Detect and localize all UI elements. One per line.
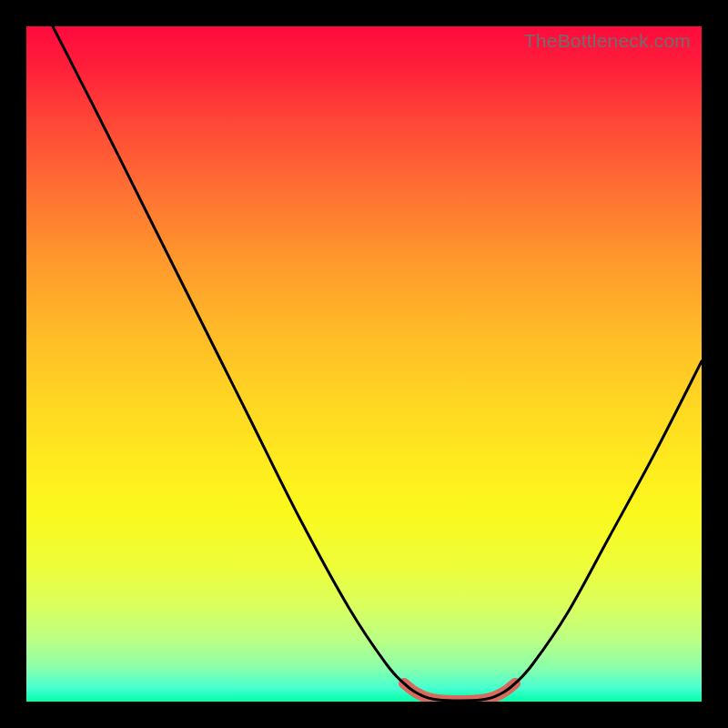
watermark-text: TheBottleneck.com bbox=[524, 30, 691, 52]
gradient-background bbox=[26, 26, 702, 702]
plot-area: TheBottleneck.com bbox=[26, 26, 702, 702]
chart-frame: TheBottleneck.com bbox=[0, 0, 728, 728]
